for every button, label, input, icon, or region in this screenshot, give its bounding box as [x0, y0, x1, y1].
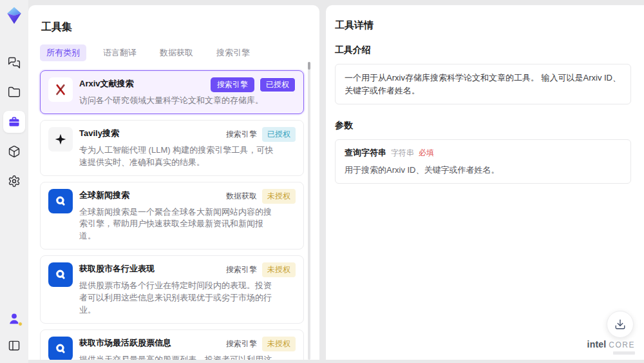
param-description: 用于搜索的Arxiv ID、关键字或作者姓名。 — [345, 164, 621, 176]
blue-tool-icon — [48, 262, 73, 287]
intro-heading: 工具介绍 — [335, 44, 631, 56]
auth-status-badge: 已授权 — [262, 127, 296, 142]
tool-card[interactable]: 全球新闻搜索 数据获取 未授权 全球新闻搜索是一个聚合全球各大新闻网站内容的搜索… — [40, 182, 304, 250]
news-service-logo-icon — [54, 342, 67, 355]
tool-detail-panel: 工具详情 工具介绍 一个用于从Arxiv存储库搜索科学论文和文章的工具。 输入可… — [326, 5, 644, 360]
category-tabs: 所有类别 语言翻译 数据获取 搜索引擎 — [40, 44, 319, 61]
blue-tool-icon — [48, 189, 73, 213]
arxiv-tool-icon — [48, 77, 73, 102]
intro-text: 一个用于从Arxiv存储库搜索科学论文和文章的工具。 输入可以是Arxiv ID… — [345, 72, 621, 97]
param-type: 字符串 — [391, 148, 414, 159]
category-tab-3[interactable]: 搜索引擎 — [210, 44, 256, 61]
sidebar-item-packages[interactable] — [3, 141, 25, 162]
news-service-logo-icon — [54, 195, 67, 208]
auth-status-badge: 已授权 — [260, 77, 296, 92]
sidebar-rail — [0, 0, 28, 363]
category-badge: 搜索引擎 — [226, 337, 257, 351]
tool-description: 提供当天交易量最高的股票列表，投资者可以利用这些信息来识别流动性强的股票和潜在的… — [79, 354, 276, 360]
tool-card[interactable]: 获取股市各行业表现 搜索引擎 未授权 提供股票市场各个行业在特定时间段内的表现。… — [40, 255, 304, 324]
intro-box: 一个用于从Arxiv存储库搜索科学论文和文章的工具。 输入可以是Arxiv ID… — [335, 64, 631, 104]
category-badge: 数据获取 — [226, 189, 257, 204]
tool-name: Tavily搜索 — [79, 127, 119, 139]
tool-card[interactable]: Tavily搜索 搜索引擎 已授权 专为人工智能代理 (LLM) 构建的搜索引擎… — [40, 120, 304, 176]
chat-icon — [8, 56, 21, 69]
gear-icon — [8, 175, 21, 188]
scrollbar-thumb[interactable] — [308, 62, 310, 70]
category-tab-0[interactable]: 所有类别 — [40, 44, 86, 61]
user-avatar[interactable] — [7, 311, 21, 326]
tool-list: Arxiv文献搜索 搜索引擎 已授权 访问各个研究领域大量科学论文和文章的存储库… — [40, 70, 319, 360]
detail-title: 工具详情 — [335, 19, 631, 32]
app-logo-gem-icon — [5, 6, 23, 25]
toolbox-icon — [8, 115, 21, 128]
params-heading: 参数 — [335, 120, 631, 132]
sidebar-item-files[interactable] — [3, 81, 25, 103]
sidebar-item-settings[interactable] — [3, 170, 25, 192]
download-icon — [614, 319, 626, 330]
sidebar-collapse-button[interactable] — [3, 335, 25, 357]
tavily-tool-icon — [48, 127, 73, 152]
tool-name: 获取股市各行业表现 — [79, 262, 155, 275]
tool-name: Arxiv文献搜索 — [79, 77, 134, 90]
auth-status-badge: 未授权 — [262, 189, 296, 204]
package-icon — [8, 145, 21, 158]
arxiv-logo-icon — [53, 83, 68, 97]
news-service-logo-icon — [54, 268, 67, 281]
category-badge: 搜索引擎 — [211, 77, 254, 92]
tool-name: 获取市场最活跃股票信息 — [79, 337, 171, 349]
folder-icon — [8, 86, 21, 99]
list-scrollbar[interactable] — [308, 62, 310, 360]
tool-description: 提供股票市场各个行业在特定时间段内的表现。投资者可以利用这些信息来识别表现优于或… — [79, 280, 276, 317]
tavily-star-icon — [54, 133, 67, 146]
tool-name: 全球新闻搜索 — [79, 189, 129, 201]
core-wordmark: CORE — [609, 341, 635, 349]
tool-card[interactable]: 获取市场最活跃股票信息 搜索引擎 未授权 提供当天交易量最高的股票列表，投资者可… — [40, 329, 304, 360]
category-badge: 搜索引擎 — [226, 127, 257, 142]
param-required-badge: 必填 — [419, 148, 434, 159]
intel-logo-bar — [613, 351, 635, 355]
tool-description: 专为人工智能代理 (LLM) 构建的搜索引擎工具，可快速提供实时、准确和真实的结… — [79, 144, 276, 169]
page-title: 工具集 — [41, 21, 319, 34]
auth-status-badge: 未授权 — [262, 337, 296, 351]
category-tab-1[interactable]: 语言翻译 — [97, 44, 143, 61]
tool-card[interactable]: Arxiv文献搜索 搜索引擎 已授权 访问各个研究领域大量科学论文和文章的存储库… — [40, 70, 304, 114]
intel-core-logo: intel CORE — [587, 340, 635, 355]
download-button[interactable] — [607, 311, 634, 338]
param-name: 查询字符串 — [345, 147, 386, 159]
auth-status-badge: 未授权 — [262, 262, 296, 277]
param-box: 查询字符串 字符串 必填 用于搜索的Arxiv ID、关键字或作者姓名。 — [335, 139, 631, 184]
intel-wordmark: intel — [587, 340, 607, 349]
tool-description: 全球新闻搜索是一个聚合全球各大新闻网站内容的搜索引擎，帮助用户快速获取全球最新资… — [79, 206, 276, 243]
sidebar-item-toolbox[interactable] — [3, 111, 25, 133]
category-tab-2[interactable]: 数据获取 — [153, 44, 200, 61]
status-dot — [18, 322, 23, 326]
sidebar-item-chat[interactable] — [3, 52, 25, 74]
tool-description: 访问各个研究领域大量科学论文和文章的存储库。 — [79, 95, 276, 107]
main-content: 工具集 所有类别 语言翻译 数据获取 搜索引擎 Arxiv文献搜索 搜索引擎 已… — [28, 5, 644, 360]
panel-left-icon — [8, 339, 21, 352]
category-badge: 搜索引擎 — [226, 262, 257, 277]
tools-panel: 工具集 所有类别 语言翻译 数据获取 搜索引擎 Arxiv文献搜索 搜索引擎 已… — [28, 5, 319, 360]
blue-tool-icon — [48, 337, 73, 360]
